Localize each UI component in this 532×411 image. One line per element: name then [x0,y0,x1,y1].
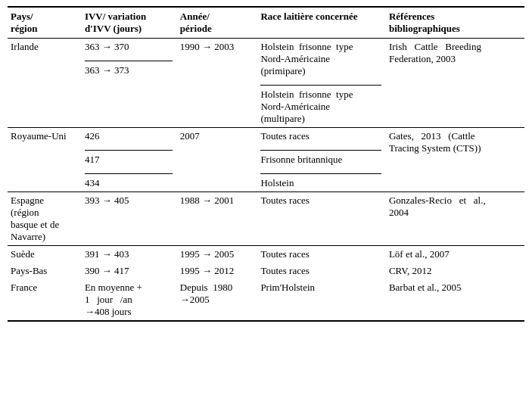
header-race: Race laitière concernée [257,7,386,39]
header-ref: Référencesbibliographiques [386,7,524,39]
header-pays: Pays/région [8,7,82,39]
cell-annee: 2007 [177,128,258,192]
table-row: FranceEn moyenne + 1 jour /an →408 jours… [8,279,524,321]
cell-ref: Gates, 2013 (Cattle Tracing System (CTS)… [386,128,524,192]
table-row: Espagne (région basque et de Navarre)393… [8,192,524,246]
cell-ref: Barbat et al., 2005 [386,279,524,321]
main-table: Pays/région IVV/ variationd'IVV (jours) … [8,6,524,322]
table-row: Royaume-Uni4264174342007Toutes racesFris… [8,128,524,192]
cell-ref: CRV, 2012 [386,263,524,279]
cell-race: Toutes races [257,192,386,246]
cell-ref: Irish Cattle Breeding Federation, 2003 [386,39,524,128]
cell-pays: Irlande [8,39,82,128]
cell-race: Prim'Holstein [257,279,386,321]
cell-ivv: 393 → 405 [82,192,177,246]
header-annee: Année/période [177,7,258,39]
cell-race: Toutes racesFrisonne britanniqueHolstein [257,128,386,192]
cell-race: Holstein frisonne type Nord-Américaine (… [257,39,386,128]
table-row: Suède391 → 4031995 → 2005Toutes racesLöf… [8,246,524,263]
table-row: Pays-Bas390 → 4171995 → 2012Toutes races… [8,263,524,279]
cell-ivv: 363 → 370363 → 373 [82,39,177,128]
header-row: Pays/région IVV/ variationd'IVV (jours) … [8,7,524,39]
cell-annee: Depuis 1980 →2005 [177,279,258,321]
cell-ivv: En moyenne + 1 jour /an →408 jours [82,279,177,321]
cell-race: Toutes races [257,246,386,263]
cell-annee: 1995 → 2012 [177,263,258,279]
cell-pays: Suède [8,246,82,263]
cell-pays: France [8,279,82,321]
cell-annee: 1988 → 2001 [177,192,258,246]
cell-race: Toutes races [257,263,386,279]
cell-annee: 1995 → 2005 [177,246,258,263]
cell-pays: Royaume-Uni [8,128,82,192]
cell-ivv: 426417434 [82,128,177,192]
table-row: Irlande363 → 370363 → 3731990 → 2003Hols… [8,39,524,128]
cell-ivv: 391 → 403 [82,246,177,263]
cell-ref: Löf et al., 2007 [386,246,524,263]
cell-pays: Pays-Bas [8,263,82,279]
cell-annee: 1990 → 2003 [177,39,258,128]
header-ivv: IVV/ variationd'IVV (jours) [82,7,177,39]
cell-ivv: 390 → 417 [82,263,177,279]
cell-pays: Espagne (région basque et de Navarre) [8,192,82,246]
cell-ref: Gonzales-Recio et al., 2004 [386,192,524,246]
table-container: Pays/région IVV/ variationd'IVV (jours) … [0,0,532,328]
